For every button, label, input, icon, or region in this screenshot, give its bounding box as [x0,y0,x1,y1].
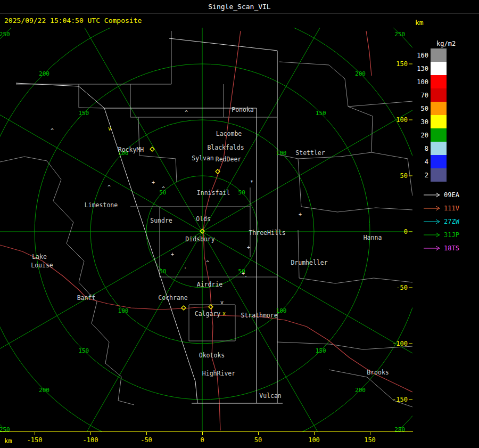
city-label: Brooks [367,369,389,376]
point-marker: ^ [185,110,188,116]
radar-legend-row: 09EA [412,188,479,201]
x-axis-tick-label: -100 [83,436,98,444]
scale-value: 4 [412,158,428,166]
x-axis-baseline [0,431,413,432]
scale-swatch [431,48,447,62]
scale-swatch [431,128,447,142]
scale-swatch [431,155,447,168]
y-axis-tick-label: 150 [396,60,408,68]
scale-swatch [431,142,447,155]
city-label: Lake [32,253,47,260]
scale-value: 100 [412,78,428,86]
scale-row: 8 [412,142,479,155]
x-axis-tick [146,432,147,435]
city-label: Calgary [195,310,221,317]
scale-value: 8 [412,145,428,152]
point-marker: + [152,180,155,185]
x-axis: km -150-100-50050100150 [0,431,479,448]
radar-site-legend: 09EA111V27ZW31JP18TS [412,188,479,255]
range-ring-label: 150 [316,347,326,354]
point-marker: * [250,180,253,185]
range-ring-label: 250 [394,31,405,38]
radar-legend-row: 27ZW [412,215,479,228]
x-axis-tick [314,432,315,435]
city-label: Didsbury [185,235,214,243]
city-label: Limestone [85,201,118,209]
scale-value: 70 [412,92,428,99]
city-label: Lacombe [216,130,242,137]
radar-legend-row: 18TS [412,241,479,255]
scale-swatch [431,62,447,75]
range-ring-label: 250 [0,31,10,38]
city-label: Strathmore [241,312,277,319]
point-marker: . [244,272,247,278]
radar-id-label: 18TS [444,245,459,252]
scale-swatch [431,168,447,182]
scale-value: 50 [412,105,428,112]
range-ring-label: 200 [355,70,366,77]
scale-value: 160 [412,52,428,59]
scale-row: 50 [412,102,479,115]
point-marker: x [222,311,226,316]
x-axis-tick [258,432,259,435]
city-label: Olds [196,215,211,223]
point-marker: v [220,299,224,305]
scale-row: 4 [412,155,479,168]
radar-coverage-outlines [16,38,283,403]
x-axis-tick-label: -50 [141,436,152,444]
city-labels: PonokaLacombeBlackfaldsSylvanRedDeerStet… [31,106,389,400]
x-axis-tick [202,432,203,435]
point-marker: + [299,211,302,217]
city-label: Stettler [295,149,325,157]
color-scale: 16013010070503020842 [412,48,479,182]
city-label: Vulcan [259,392,282,400]
point-marker: ^ [108,184,111,190]
scale-swatch [431,88,447,102]
range-ring-label: 250 [0,426,10,431]
city-label: ThreeHills [249,229,285,237]
y-axis-tick-label: -150 [392,396,408,403]
city-label: RockyMH [118,146,144,153]
side-panel: kg/m2 16013010070503020842 09EA111V27ZW3… [412,28,479,431]
radar-id-label: 27ZW [444,218,459,225]
scale-value: 20 [412,132,428,139]
range-ring-label: 150 [316,110,326,117]
radar-arrow-icon [423,218,441,225]
city-label: Louise [31,262,53,269]
scale-swatch [431,75,447,88]
city-label: Banff [77,294,96,302]
city-label: Drumheller [291,259,327,266]
radar-id-label: 31JP [444,231,459,239]
range-ring-label: 200 [39,387,49,394]
city-label: Blackfalds [207,144,244,151]
city-label: Innisfail [197,189,230,197]
scale-row: 70 [412,88,479,102]
x-axis-tick-label: -150 [27,436,43,444]
scale-unit-label: kg/m2 [436,40,479,47]
scale-value: 2 [412,172,428,179]
city-label: Sylvan [192,154,214,162]
x-axis-tick-label: 0 [200,436,204,444]
city-label: Cochrane [158,294,187,302]
scale-row: 160 [412,48,479,62]
point-marker: ^ [162,186,165,192]
point-marker: ^ [51,128,54,134]
radar-id-label: 111V [444,205,459,212]
y-axis-tick-label: 100 [396,116,408,124]
city-label: HighRiver [202,370,235,377]
radar-id-label: 09EA [444,191,459,199]
range-ring-label: 100 [276,150,287,157]
y-axis-tick-label: 50 [400,172,408,180]
x-axis-tick [35,432,35,435]
map-markers: ^^^^^+++++*vvx.. [51,110,302,316]
scale-row: 20 [412,128,479,142]
city-label: Okotoks [199,352,225,359]
x-axis-tick-label: 100 [308,436,320,444]
info-bar: 2025/09/22 15:04:50 UTC Composite [0,13,479,28]
y-axis-tick-label: 0 [404,228,408,235]
x-axis-tick [370,432,370,435]
radar-site-marker [181,306,186,310]
range-ring-label: 50 [159,268,166,275]
scan-timestamp: 2025/09/22 15:04:50 UTC Composite [4,17,142,25]
y-axis-tick-label: -50 [396,284,408,291]
